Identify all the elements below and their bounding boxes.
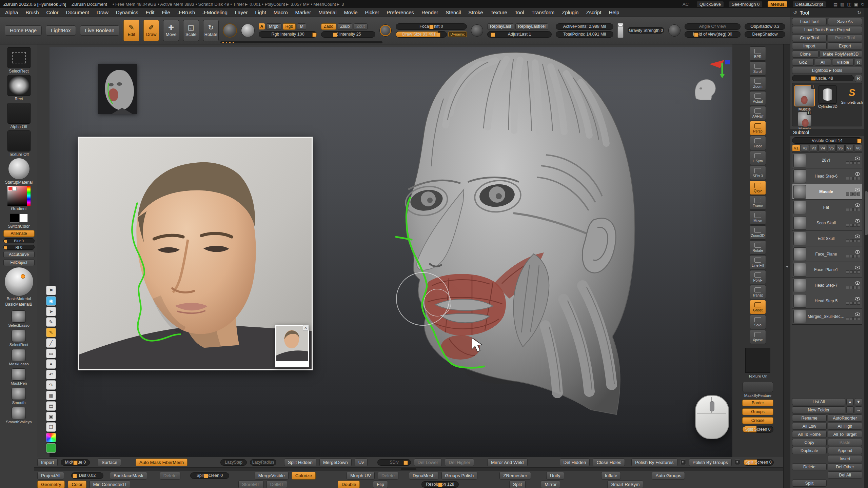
subtool-action-button[interactable]: Duplicate [792,447,827,454]
primary-color-swatch[interactable] [10,213,19,223]
z-intensity-slider[interactable]: Z Intensity 25 [321,31,375,38]
zadd-button[interactable]: Zadd [321,23,336,30]
crease-button[interactable]: Crease [742,417,773,424]
stroke-rect-preview[interactable] [7,75,31,96]
dynamesh-button[interactable]: DynaMesh [409,472,438,480]
subtool-mini-toggles[interactable] [846,317,860,320]
draw-mode-button[interactable]: ✐ Draw [143,20,159,41]
shelf-button[interactable]: Scroll [750,61,766,76]
menu-item[interactable]: J-Brush [174,8,199,17]
zcut-button[interactable]: Zcut [354,23,367,30]
axis-gizmo[interactable] [709,59,731,79]
panel-divider[interactable]: ◂ [783,44,790,488]
surface-button[interactable]: Surface [98,459,121,466]
brush-slot[interactable]: MaskLasso [9,349,28,366]
version-tab[interactable]: V6 [836,145,845,151]
subtool-mini-toggles[interactable] [846,161,860,164]
brush-preview[interactable] [223,23,237,38]
menu-item[interactable]: Draw [93,8,112,17]
subtool-row[interactable]: Face_Plane [792,246,862,262]
polish-by-features-button[interactable]: Polish By Features [631,459,677,466]
mirror-and-weld-button[interactable]: Mirror And Weld [487,459,528,466]
visible-count-slider[interactable]: Visible Count 14 [792,137,862,144]
make-polymesh3d-button[interactable]: Make PolyMesh3D [820,50,862,58]
subtool-mini-toggles[interactable] [846,239,860,242]
alpha-badge[interactable]: A [259,23,265,29]
load-tool-button[interactable]: Load Tool [792,18,827,25]
menu-item[interactable]: Stencil [442,8,465,17]
subtool-row[interactable]: Fat [792,200,862,215]
polish-features-toggle[interactable] [680,460,686,465]
menu-item[interactable]: Macro [270,8,292,17]
brush-slot[interactable]: MaskPen [11,368,27,385]
goz-r-button[interactable]: R [855,59,862,66]
obj-shadow-slider[interactable]: ObjShadow 0.3 [745,23,785,30]
see-through-slider[interactable]: See-through 0 [729,1,762,7]
color-picker[interactable] [7,186,31,206]
tool-thumb-muscle[interactable]: 1 [794,85,815,106]
menu-item[interactable]: Zscript [582,8,605,17]
menu-item[interactable]: Texture [487,8,511,17]
subtool-action-button[interactable]: All High [828,423,862,430]
subtool-row[interactable]: Muscle [792,184,862,200]
menu-item[interactable]: Layer [231,8,252,17]
version-tab[interactable]: V4 [818,145,827,151]
subtool-mini-toggles[interactable] [846,255,860,258]
menu-item[interactable]: Edit [142,8,158,17]
adjust-last-slider[interactable]: AdjustLast 1 [487,31,552,38]
subtool-row[interactable]: Head Step-6 [792,168,862,184]
lazyradius-slider[interactable]: LazyRadius [250,459,276,466]
annotation-tool-icon[interactable]: ▭ [46,349,56,358]
subtool-action-button[interactable]: Rename [792,414,827,422]
brush-slot[interactable]: SelectLasso [8,310,29,327]
menu-item[interactable]: Zplugin [558,8,582,17]
flip-button[interactable]: Flip [373,481,388,488]
version-tab[interactable]: V8 [854,145,862,151]
switch-color[interactable] [8,212,30,223]
subtool-row[interactable]: Head Step-5 [792,293,862,309]
goz-all-button[interactable]: All [815,59,831,66]
shelf-button[interactable]: BPR [750,46,766,61]
gravity-strength-slider[interactable]: Gravity Strength 0 [628,27,664,34]
menu-item[interactable]: Document [62,8,93,17]
lightbox-tools-button[interactable]: Lightbox►Tools [792,67,862,74]
secondary-color-swatch[interactable] [19,214,28,222]
eye-icon[interactable] [855,281,860,285]
subtool-action-button[interactable]: Delete [792,463,827,470]
eye-icon[interactable] [855,297,860,301]
lightbox-button[interactable]: LightBox [46,25,76,36]
delmt-button[interactable]: DelMT [267,481,288,488]
unify-button[interactable]: Unify [546,472,564,480]
tool-thumb-muscle2[interactable]: 11 [798,112,811,126]
export-tool-button[interactable]: Export [828,42,862,49]
sdiv-slider[interactable]: SDiv [377,459,411,466]
version-tab[interactable]: V7 [845,145,853,151]
midvalue-slider[interactable]: MidValue 0 [61,459,90,466]
geometry-button[interactable]: Geometry [37,481,65,488]
photo-inset-thumbnail[interactable]: ✕ [275,325,309,367]
reference-photo[interactable]: ✕ [78,137,313,370]
subtool-row[interactable]: Face_Plane1 [792,262,862,278]
auto-mask-fibermesh-button[interactable]: Auto Mask FiberMesh [136,459,188,466]
subtool-action-button[interactable]: AutoReorder [828,414,862,422]
window-control-icon[interactable]: ▤ [833,2,837,7]
annotation-tool-icon[interactable]: ▣ [46,412,56,421]
groups-button[interactable]: Groups [742,408,773,415]
border-button[interactable]: Border [742,400,773,406]
window-control-icon[interactable]: ◫ [847,2,851,7]
menu-item[interactable]: Color [43,8,62,17]
annotation-tool-icon[interactable]: ✎ [46,328,56,337]
subtool-action-button[interactable]: All To Home [792,431,827,438]
subtool-action-button[interactable]: Split [792,480,827,487]
annotation-tool-icon[interactable]: ↷ [46,380,56,390]
split-screen-slider-r1[interactable]: Split Screen 0 [743,459,774,466]
eye-icon[interactable] [855,312,860,316]
color-swatch-main[interactable] [8,187,12,191]
resolution-slider[interactable]: Resolution 128 [421,481,459,488]
mergevisible-button[interactable]: MergeVisible [255,472,289,480]
rotate-mode-button[interactable]: ↻ Rotate [203,20,219,41]
eye-icon[interactable] [855,203,860,207]
menu-item[interactable]: Alpha [1,8,22,17]
move-up-icon[interactable]: ▲ [846,398,854,405]
rf-slider[interactable]: Rf 0 [3,245,35,250]
